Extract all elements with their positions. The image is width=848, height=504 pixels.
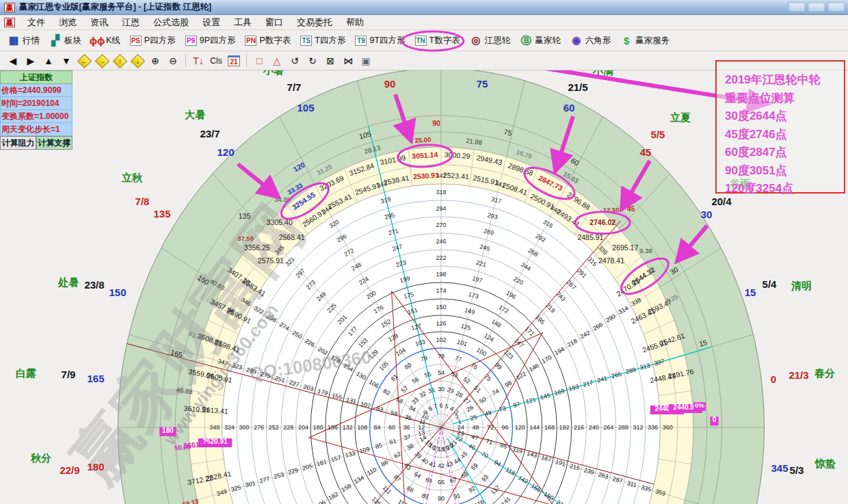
svg-text:348: 348 — [209, 424, 220, 431]
menu-文件[interactable]: 文件 — [21, 16, 52, 29]
svg-text:0%: 0% — [695, 401, 704, 409]
window-title: 赢家江恩专业版[赢家服务平台] - [上证指数 江恩轮] — [19, 1, 211, 13]
svg-text:2568.41: 2568.41 — [279, 233, 305, 241]
note-line: 90度3051点 — [725, 162, 844, 181]
menu-窗口[interactable]: 窗口 — [259, 16, 290, 29]
draw-tool-15[interactable]: □ — [251, 54, 267, 68]
calc-support-button[interactable]: 计算支撑 — [36, 136, 72, 150]
minimize-button[interactable] — [788, 2, 806, 12]
draw-tool-6[interactable]: ↑ — [111, 54, 128, 68]
draw-tool-5[interactable]: → — [94, 54, 110, 68]
svg-text:6: 6 — [439, 402, 442, 409]
svg-text:45: 45 — [627, 204, 635, 213]
svg-text:120: 120 — [217, 146, 234, 158]
toolbar-9T四方形[interactable]: T99T四方形 — [350, 33, 410, 49]
svg-text:180: 180 — [87, 461, 104, 473]
svg-text:立秋: 立秋 — [121, 172, 143, 183]
svg-text:312: 312 — [633, 424, 643, 431]
draw-tool-4[interactable]: ← — [76, 54, 92, 68]
draw-tool-11[interactable]: T↓ — [190, 54, 207, 68]
maximize-button[interactable] — [808, 2, 825, 12]
toolbar-9P四方形[interactable]: P99P四方形 — [181, 33, 241, 49]
svg-text:135: 135 — [239, 212, 251, 220]
draw-tool-17[interactable]: ↺ — [287, 54, 303, 68]
draw-tool-19[interactable]: ⊠ — [322, 54, 339, 68]
draw-tool-21[interactable]: ▣ — [358, 54, 374, 68]
svg-text:2695.17: 2695.17 — [612, 243, 638, 252]
svg-text:90: 90 — [432, 119, 440, 127]
svg-text:2478.41: 2478.41 — [598, 256, 624, 265]
svg-text:102: 102 — [436, 336, 446, 343]
svg-text:120: 120 — [515, 424, 525, 431]
menu-设置[interactable]: 设置 — [196, 16, 227, 29]
svg-text:246: 246 — [436, 238, 446, 245]
toolbar-赢家服务[interactable]: $赢家服务 — [615, 33, 674, 49]
calc-resistance-button[interactable]: 计算阻力 — [0, 136, 36, 150]
svg-text:9.38: 9.38 — [639, 247, 652, 254]
menu-交易委托[interactable]: 交易委托 — [290, 16, 339, 29]
svg-text:168: 168 — [544, 424, 555, 431]
toolbar-行情[interactable]: ▦行情 — [3, 33, 44, 49]
svg-text:336: 336 — [648, 424, 658, 431]
svg-text:21/5: 21/5 — [568, 81, 587, 93]
draw-tool-9[interactable]: ⊖ — [165, 54, 181, 68]
svg-text:318: 318 — [436, 189, 446, 196]
svg-text:270: 270 — [436, 222, 446, 228]
svg-text:360: 360 — [663, 424, 673, 431]
menu-工具[interactable]: 工具 — [227, 16, 259, 29]
toolbar-K线[interactable]: ϕϕK线 — [86, 33, 125, 49]
svg-text:36: 36 — [403, 424, 410, 431]
draw-tool-8[interactable]: ⊕ — [147, 54, 163, 68]
quote-field: 时间=20190104 — [0, 97, 72, 110]
svg-text:144: 144 — [529, 424, 540, 431]
note-line: 30度2644点 — [725, 107, 844, 126]
note-line: 120度3254点 — [725, 180, 844, 198]
svg-text:78: 78 — [438, 353, 445, 360]
svg-text:春分: 春分 — [814, 367, 835, 379]
toolbar-六角形[interactable]: ◉六角形 — [566, 33, 616, 49]
svg-text:2530.91: 2530.91 — [413, 171, 440, 181]
draw-tool-3[interactable]: ▼ — [58, 54, 75, 68]
svg-text:23/8: 23/8 — [84, 279, 104, 291]
svg-text:60: 60 — [388, 424, 395, 431]
menu-资讯[interactable]: 资讯 — [83, 16, 115, 29]
toolbar-P数字表[interactable]: PNP数字表 — [240, 33, 295, 49]
svg-text:23/7: 23/7 — [200, 128, 220, 140]
svg-text:294: 294 — [436, 205, 446, 212]
close-button[interactable] — [827, 2, 845, 12]
draw-tool-13[interactable]: 21 — [226, 54, 242, 68]
draw-tool-16[interactable]: △ — [269, 54, 285, 68]
svg-text:150: 150 — [436, 304, 446, 310]
menu-bar: 赢 文件浏览资讯江恩公式选股设置工具窗口交易委托帮助 — [0, 15, 848, 30]
toolbar-T数字表[interactable]: TNT数字表 — [410, 33, 465, 49]
toolbar-赢家轮[interactable]: Ⓑ赢家轮 — [515, 33, 566, 49]
menu-江恩[interactable]: 江恩 — [115, 16, 146, 29]
draw-tool-0[interactable]: ◀ — [5, 54, 21, 68]
draw-tool-20[interactable]: ⋈ — [340, 54, 356, 68]
toolbar-9P四方形-icon: P9 — [185, 36, 197, 46]
toolbar-板块-icon: ▞ — [49, 36, 62, 46]
toolbar-P四方形[interactable]: PSP四方形 — [125, 33, 181, 49]
toolbar-T四方形[interactable]: TST四方形 — [295, 33, 350, 49]
svg-text:165: 165 — [87, 373, 104, 384]
menu-公式选股[interactable]: 公式选股 — [146, 16, 196, 29]
toolbar-板块[interactable]: ▞板块 — [44, 33, 86, 49]
draw-tool-7[interactable]: ↓ — [129, 54, 146, 68]
note-line: 45度2746点 — [725, 126, 844, 144]
svg-text:192: 192 — [559, 424, 569, 431]
toolbar-行情-icon: ▦ — [8, 36, 20, 46]
toolbar-江恩轮[interactable]: ◎江恩轮 — [465, 33, 516, 49]
draw-tool-12[interactable]: Cls — [208, 54, 224, 68]
app-window: { "window": { "title": "赢家江恩专业版[赢家服务平台] … — [0, 0, 848, 504]
svg-text:2523.41: 2523.41 — [443, 171, 470, 181]
draw-tool-2[interactable]: ▲ — [40, 54, 57, 68]
svg-text:5/5: 5/5 — [651, 129, 665, 140]
svg-text:50.00: 50.00 — [174, 443, 191, 452]
svg-text:180: 180 — [162, 427, 174, 434]
menu-浏览[interactable]: 浏览 — [52, 16, 83, 29]
draw-tool-18[interactable]: ↻ — [304, 54, 321, 68]
draw-tool-1[interactable]: ▶ — [23, 54, 39, 68]
menu-帮助[interactable]: 帮助 — [339, 16, 371, 29]
window-controls[interactable] — [788, 2, 845, 12]
svg-text:15: 15 — [745, 287, 756, 298]
